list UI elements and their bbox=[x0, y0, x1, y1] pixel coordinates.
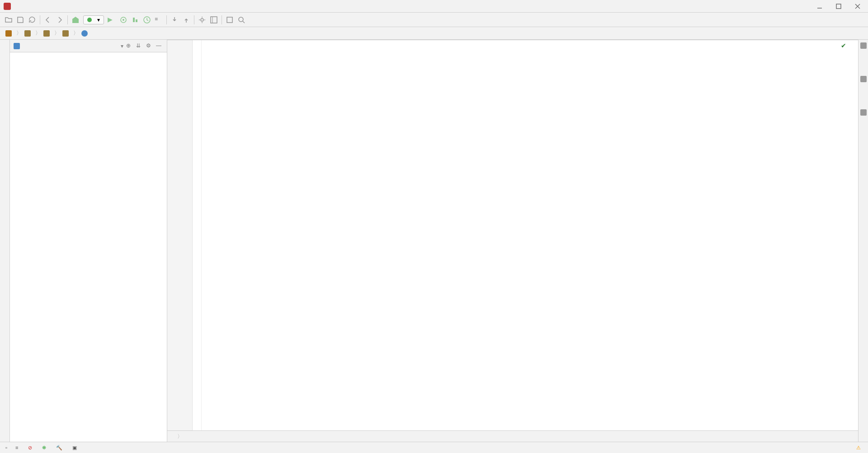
hide-icon[interactable]: — bbox=[156, 42, 163, 50]
menu-tools[interactable] bbox=[80, 5, 86, 7]
maven-rail-icon bbox=[860, 42, 867, 49]
status-eventlog[interactable]: ⚠ bbox=[856, 445, 863, 451]
project-tree[interactable] bbox=[10, 52, 167, 442]
vcs-commit-icon[interactable] bbox=[182, 16, 190, 24]
left-tab-project[interactable] bbox=[4, 42, 6, 47]
menu-code[interactable] bbox=[44, 5, 50, 7]
menu-view[interactable] bbox=[30, 5, 35, 7]
right-tab-maven[interactable] bbox=[863, 60, 864, 65]
open-icon[interactable] bbox=[5, 16, 13, 24]
crumb-com[interactable] bbox=[24, 30, 33, 37]
left-tab-favorites[interactable] bbox=[4, 70, 6, 76]
run-icon[interactable]: ▶ bbox=[108, 16, 116, 24]
settings-icon[interactable] bbox=[198, 16, 206, 24]
status-spring[interactable]: ❋ bbox=[42, 445, 48, 451]
menu-build[interactable] bbox=[66, 5, 71, 7]
crumb-github[interactable] bbox=[43, 30, 52, 37]
left-tool-rail bbox=[0, 40, 10, 442]
toolbar: ▾ ▶ ■ bbox=[0, 13, 868, 27]
menu-help[interactable] bbox=[102, 5, 108, 7]
menu-refactor[interactable] bbox=[59, 5, 64, 7]
refresh-icon[interactable] bbox=[28, 16, 36, 24]
menu-window[interactable] bbox=[95, 5, 100, 7]
locate-icon[interactable]: ⊕ bbox=[126, 42, 133, 50]
svg-line-12 bbox=[243, 21, 245, 23]
folder-icon bbox=[43, 30, 50, 37]
debug-icon[interactable] bbox=[119, 16, 127, 24]
menu-vcs[interactable] bbox=[88, 5, 93, 7]
spring-boot-icon bbox=[87, 18, 92, 22]
nav-breadcrumb: 〉 〉 〉 〉 bbox=[0, 27, 868, 40]
crumb-class[interactable] bbox=[81, 30, 90, 37]
gear-icon[interactable]: ⚙ bbox=[146, 42, 153, 50]
back-icon[interactable] bbox=[44, 16, 52, 24]
close-icon[interactable] bbox=[854, 3, 861, 9]
editor-pane: ✔ 〉 bbox=[167, 40, 858, 442]
jar-icon bbox=[5, 30, 12, 37]
database-rail-icon bbox=[860, 76, 867, 82]
chevron-down-icon[interactable]: ▾ bbox=[121, 43, 123, 49]
status-hide-icon[interactable]: ▫ bbox=[5, 445, 7, 450]
svg-point-5 bbox=[123, 19, 124, 21]
project-header: ▾ ⊕ ⇊ ⚙ — bbox=[10, 40, 167, 52]
build-icon[interactable] bbox=[71, 16, 80, 24]
minimize-icon[interactable] bbox=[816, 3, 823, 9]
coverage-icon[interactable] bbox=[131, 16, 139, 24]
svg-rect-10 bbox=[227, 17, 232, 23]
code-text[interactable] bbox=[202, 40, 858, 430]
status-build[interactable]: 🔨 bbox=[56, 445, 64, 451]
status-todo[interactable]: ≡ bbox=[15, 445, 20, 450]
collapse-icon[interactable]: ⇊ bbox=[136, 42, 143, 50]
right-tool-rail bbox=[858, 40, 868, 442]
crumb-pagehelper[interactable] bbox=[62, 30, 71, 37]
right-tab-codestream[interactable] bbox=[863, 126, 864, 132]
menu-file[interactable] bbox=[15, 5, 21, 7]
code-breadcrumb: 〉 bbox=[167, 430, 858, 442]
forward-icon[interactable] bbox=[56, 16, 64, 24]
project-structure-icon[interactable] bbox=[210, 16, 218, 24]
codestream-rail-icon bbox=[860, 109, 867, 116]
project-pane: ▾ ⊕ ⇊ ⚙ — bbox=[10, 40, 167, 442]
status-terminal[interactable]: ▣ bbox=[72, 445, 79, 451]
profile-icon[interactable] bbox=[143, 16, 151, 24]
line-gutter bbox=[167, 40, 193, 430]
menu-run[interactable] bbox=[73, 5, 79, 7]
stop-icon[interactable]: ■ bbox=[155, 16, 163, 24]
project-icon bbox=[14, 43, 20, 49]
help-icon[interactable] bbox=[226, 16, 234, 24]
folder-icon bbox=[24, 30, 31, 37]
annotation-gutter bbox=[193, 40, 202, 430]
menubar bbox=[0, 0, 868, 13]
status-sonarlint[interactable]: ⊘ bbox=[28, 445, 34, 451]
right-tab-database[interactable] bbox=[863, 93, 864, 98]
save-icon[interactable] bbox=[16, 16, 24, 24]
left-tab-structure[interactable] bbox=[4, 56, 6, 61]
run-config-dropdown[interactable]: ▾ bbox=[83, 15, 104, 24]
vcs-update-icon[interactable] bbox=[170, 16, 179, 24]
maximize-icon[interactable] bbox=[835, 3, 842, 9]
folder-icon bbox=[62, 30, 69, 37]
svg-rect-1 bbox=[836, 4, 841, 9]
status-bar: ▫ ≡ ⊘ ❋ 🔨 ▣ ⚠ bbox=[0, 442, 868, 453]
menu-analyze[interactable] bbox=[52, 5, 57, 7]
inspection-ok-icon[interactable]: ✔ bbox=[841, 42, 846, 49]
menu-navigate[interactable] bbox=[37, 5, 42, 7]
class-icon bbox=[81, 30, 88, 37]
svg-rect-8 bbox=[211, 17, 217, 23]
chevron-down-icon: ▾ bbox=[97, 17, 100, 23]
app-logo-icon bbox=[4, 3, 11, 10]
svg-point-11 bbox=[239, 17, 243, 22]
crumb-jar[interactable] bbox=[5, 30, 14, 37]
search-icon[interactable] bbox=[237, 16, 245, 24]
code-area[interactable]: ✔ bbox=[167, 40, 858, 430]
svg-point-7 bbox=[201, 19, 203, 21]
menu-edit[interactable] bbox=[23, 5, 28, 7]
